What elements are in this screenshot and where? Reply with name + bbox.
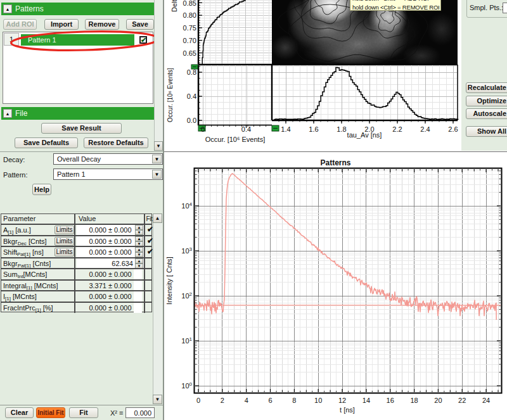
svg-text:0.0: 0.0 (187, 117, 196, 124)
svg-text:2.4: 2.4 (420, 125, 430, 133)
svg-text:20: 20 (434, 397, 442, 404)
svg-text:8: 8 (292, 397, 296, 404)
svg-text:2.2: 2.2 (392, 125, 402, 133)
svg-text:103: 103 (181, 246, 192, 255)
svg-text:tau_Av [ns]: tau_Av [ns] (347, 131, 382, 139)
svg-text:0.75: 0.75 (183, 24, 196, 32)
svg-text:0.70: 0.70 (183, 37, 196, 44)
svg-text:Occur. [10⁶ Events]: Occur. [10⁶ Events] (167, 68, 174, 122)
svg-text:10: 10 (314, 397, 322, 404)
svg-text:0.85: 0.85 (183, 0, 196, 7)
svg-text:0.8: 0.8 (187, 68, 196, 76)
svg-text:Intensity [ Cnts]: Intensity [ Cnts] (165, 257, 173, 305)
svg-text:Delt: Delt (170, 0, 178, 12)
svg-text:16: 16 (387, 397, 394, 404)
svg-text:0.80: 0.80 (183, 11, 196, 19)
svg-text:t [ns]: t [ns] (340, 406, 355, 414)
svg-text:1.8: 1.8 (337, 125, 346, 133)
svg-text:6: 6 (268, 397, 272, 404)
svg-text:1.6: 1.6 (309, 125, 318, 133)
svg-text:0: 0 (196, 397, 200, 404)
svg-text:0.65: 0.65 (183, 49, 196, 57)
svg-text:104: 104 (181, 201, 192, 210)
svg-text:Occur. [10⁶ Events]: Occur. [10⁶ Events] (205, 136, 265, 143)
svg-text:12: 12 (338, 397, 346, 404)
svg-text:100: 100 (181, 381, 192, 390)
svg-text:0.4: 0.4 (241, 125, 251, 133)
svg-text:2: 2 (221, 397, 224, 404)
svg-text:14: 14 (363, 397, 370, 404)
svg-text:4: 4 (245, 397, 248, 404)
svg-text:22: 22 (458, 397, 466, 404)
svg-text:0: 0 (201, 125, 205, 133)
svg-text:0.4: 0.4 (187, 92, 196, 100)
svg-text:1.4: 1.4 (281, 125, 290, 133)
svg-text:18: 18 (410, 397, 418, 404)
svg-text:102: 102 (181, 291, 192, 300)
svg-text:101: 101 (181, 336, 192, 345)
svg-text:24: 24 (482, 397, 490, 404)
svg-text:2.6: 2.6 (448, 125, 458, 133)
